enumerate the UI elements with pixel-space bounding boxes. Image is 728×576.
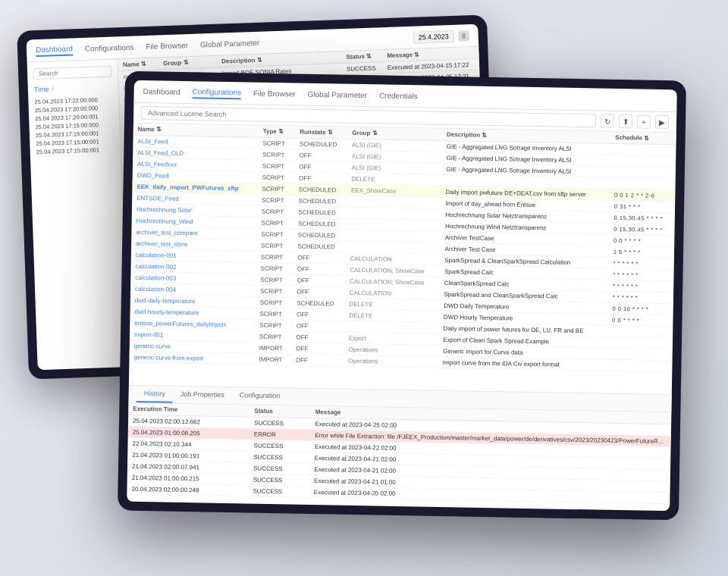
- table-row: SCHEDULED: [294, 183, 347, 196]
- tab-history[interactable]: History: [136, 386, 172, 403]
- table-row: OFF: [292, 286, 344, 298]
- table-row: SCRIPT: [255, 330, 292, 343]
- table-row: IMPORT: [255, 342, 292, 354]
- status-badge: SUCCESS: [249, 474, 310, 486]
- table-row: OFF: [291, 354, 344, 366]
- table-row: SCRIPT: [258, 149, 295, 161]
- table-row: SCRIPT: [256, 285, 293, 297]
- table-row[interactable]: generic-curve-from export: [129, 351, 254, 365]
- schedule-cell: [610, 143, 676, 156]
- table-row: SCRIPT: [256, 239, 293, 252]
- table-row: SCHEDULED: [294, 195, 347, 207]
- schedule-cell: 0 0 1 2 * * 2-6: [610, 189, 676, 202]
- table-row: SCHEDULED: [293, 218, 346, 230]
- trash-icon[interactable]: 🗑: [458, 30, 469, 41]
- time-list: 25.04.2023 17:22:00:000 25.04.2023 17:20…: [34, 95, 115, 157]
- table-row: OFF: [293, 274, 345, 286]
- schedule-cell: 0 15,30,45 * * * *: [609, 211, 675, 224]
- schedule-cell: 0 31 * * *: [610, 200, 676, 213]
- front-tablet: Dashboard Configurations File Browser Gl…: [118, 71, 686, 521]
- tab-job-properties[interactable]: Job Properties: [172, 387, 231, 404]
- back-search-input[interactable]: [33, 66, 111, 80]
- front-nav-globalparameter[interactable]: Global Parameter: [307, 89, 367, 101]
- table-row: OFF: [294, 172, 347, 184]
- table-row: OFF: [293, 263, 345, 275]
- schedule-cell: [610, 166, 676, 179]
- schedule-cell: [607, 325, 673, 338]
- table-row: SCRIPT: [255, 319, 292, 331]
- col-schedule[interactable]: Schedule ⇅: [610, 132, 676, 145]
- table-row: OFF: [293, 252, 345, 264]
- table-row: OFF: [291, 331, 344, 343]
- table-row: SCRIPT: [256, 228, 293, 240]
- time-column-label: Time ↑: [34, 83, 112, 94]
- table-row: Operations: [344, 355, 438, 368]
- front-config-table: Name ⇅ Type ⇅ Runstate ⇅ Group ⇅ Descrip…: [129, 124, 676, 372]
- table-row[interactable]: 20.04.2023 02:00:00.248: [127, 483, 248, 496]
- back-nav-filebrowser[interactable]: File Browser: [146, 39, 188, 52]
- status-badge: SUCCESS: [249, 440, 310, 452]
- time-item-6[interactable]: 25.04.2023 17:15:00:001: [36, 146, 115, 157]
- date-chip: 25.4.2023: [413, 30, 454, 43]
- table-row: SCRIPT: [258, 160, 295, 172]
- refresh-button[interactable]: ↻: [601, 114, 614, 128]
- table-row: OFF: [294, 161, 347, 173]
- table-row: SCRIPT: [256, 251, 293, 263]
- history-table: Execution Time Status Message 25.04.2023…: [127, 403, 671, 504]
- history-section: Execution Time Status Message 25.04.2023…: [127, 403, 671, 511]
- col-runstate[interactable]: Runstate ⇅: [295, 127, 347, 139]
- table-row: SCRIPT: [258, 171, 295, 183]
- front-nav-dashboard[interactable]: Dashboard: [143, 86, 180, 98]
- schedule-cell: [610, 155, 676, 167]
- table-row: SCHEDULED: [292, 297, 344, 309]
- table-row: SCHEDULED: [293, 229, 346, 241]
- back-sidebar: Time ↑ 25.04.2023 17:22:00:000 25.04.202…: [27, 59, 129, 370]
- col-type[interactable]: Type ⇅: [259, 126, 296, 138]
- back-nav-globalparameter[interactable]: Global Parameter: [200, 37, 260, 51]
- status-badge: SUCCESS: [249, 451, 310, 463]
- schedule-cell: [607, 348, 673, 361]
- front-nav-filebrowser[interactable]: File Browser: [253, 88, 296, 100]
- table-row: IMPORT: [254, 353, 291, 365]
- schedule-cell: * * * * * *: [608, 268, 674, 281]
- schedule-cell: 0 0 10 * * * *: [607, 302, 673, 315]
- status-badge: SUCCESS: [248, 485, 309, 497]
- nav-right-button[interactable]: ▶: [655, 115, 669, 129]
- table-row: SCRIPT: [257, 183, 294, 195]
- table-row: SCRIPT: [257, 205, 294, 218]
- status-badge: ERROR: [249, 428, 311, 440]
- schedule-cell: 0 0 * * * *: [609, 234, 675, 247]
- col-status[interactable]: Status: [249, 405, 311, 418]
- table-row: SCRIPT: [257, 194, 294, 206]
- back-nav-configurations[interactable]: Configurations: [85, 42, 134, 55]
- schedule-cell: [607, 337, 673, 349]
- status-badge: SUCCESS: [249, 417, 311, 429]
- schedule-cell: 1 5 * * * *: [609, 246, 675, 258]
- tab-configuration[interactable]: Configuration: [232, 387, 288, 405]
- add-button[interactable]: +: [637, 114, 651, 128]
- table-row: SCRIPT: [257, 217, 294, 229]
- back-nav-dashboard[interactable]: Dashboard: [36, 42, 73, 57]
- export-button[interactable]: ⬆: [619, 114, 632, 128]
- schedule-cell: 0 0 * * * *: [607, 314, 673, 327]
- table-row: SCHEDULED: [293, 240, 345, 252]
- table-row: Import curve from the iDA Civ export for…: [438, 356, 607, 371]
- table-row: SCRIPT: [255, 308, 292, 320]
- table-row: SCHEDULED: [293, 206, 346, 218]
- front-nav-configurations[interactable]: Configurations: [192, 86, 241, 99]
- table-row: SCRIPT: [256, 274, 293, 286]
- table-row: SCRIPT: [256, 262, 293, 274]
- table-row: SCRIPT: [258, 137, 295, 149]
- schedule-cell: 0 15,30,45 * * * *: [609, 223, 675, 236]
- schedule-cell: [610, 177, 676, 190]
- table-row: OFF: [291, 343, 344, 355]
- table-row: SCRIPT: [256, 296, 293, 308]
- front-nav-credentials[interactable]: Credentials: [379, 89, 418, 102]
- schedule-cell: * * * * * *: [608, 291, 674, 304]
- table-row: OFF: [292, 308, 344, 321]
- status-badge: SUCCESS: [249, 462, 310, 474]
- table-row: OFF: [292, 320, 344, 332]
- table-row: OFF: [295, 149, 347, 161]
- schedule-cell: * * * * * *: [608, 280, 674, 293]
- schedule-cell: * * * * * *: [608, 257, 674, 270]
